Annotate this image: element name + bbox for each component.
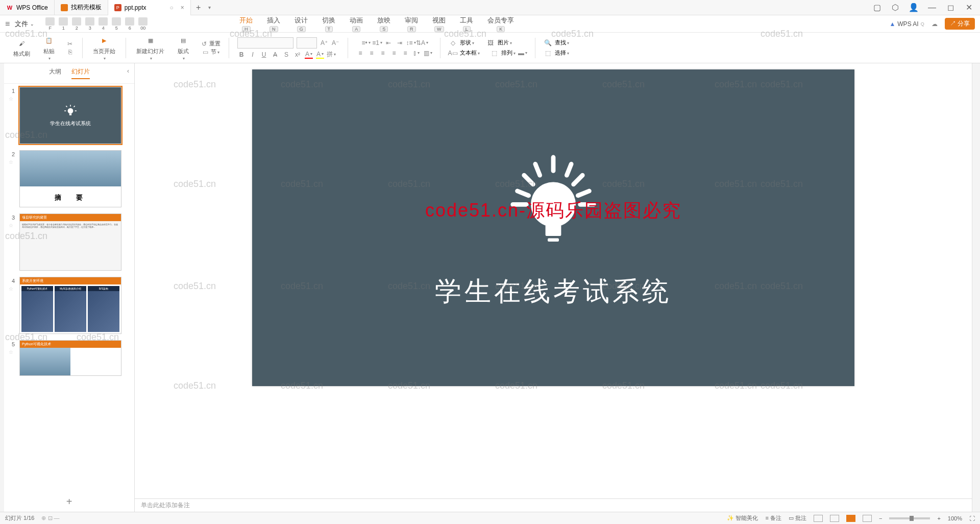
copy-icon[interactable]: ⎘: [66, 48, 74, 56]
qat-00[interactable]: 00: [138, 17, 148, 31]
zoom-in-icon[interactable]: +: [937, 515, 940, 521]
zoom-out-icon[interactable]: −: [879, 515, 882, 521]
qat-new[interactable]: F: [45, 17, 55, 31]
tab-menu-icon[interactable]: ○: [170, 4, 174, 11]
avatar-icon[interactable]: 👤: [909, 3, 919, 13]
close-window-icon[interactable]: ✕: [964, 3, 974, 13]
normal-view-icon[interactable]: [814, 515, 823, 522]
reading-view-icon[interactable]: [846, 515, 855, 522]
decrease-indent-icon[interactable]: ⇤: [384, 39, 393, 47]
collapse-panel-icon[interactable]: ‹: [127, 67, 129, 75]
line-spacing-icon[interactable]: ↕≡: [407, 39, 415, 47]
fit-window-icon[interactable]: ⛶: [969, 515, 975, 521]
tab-animation[interactable]: 动画A: [350, 16, 363, 32]
maximize-icon[interactable]: ◻: [945, 3, 955, 13]
slide-thumbnail-4[interactable]: 系统开发环境 Python可视化技术 MySQL数据库介绍 B/S架构: [19, 277, 121, 334]
tab-template[interactable]: 找稻壳模板: [55, 0, 108, 15]
tab-ppt-file[interactable]: P ppt.pptx ○ ×: [108, 0, 191, 15]
change-case-icon[interactable]: 拼: [327, 51, 335, 59]
zoom-level[interactable]: 100%: [948, 515, 962, 521]
tab-tools[interactable]: 工具L: [460, 16, 473, 32]
align-right-icon[interactable]: ≡: [379, 49, 387, 57]
zoom-slider[interactable]: [889, 517, 930, 519]
tab-review[interactable]: 审阅R: [405, 16, 418, 32]
slide-thumbnail-1[interactable]: 学生在线考试系统: [19, 87, 121, 144]
qat-print[interactable]: 2: [72, 17, 81, 31]
select-button[interactable]: 选择: [555, 49, 569, 57]
tab-slideshow[interactable]: 放映S: [377, 16, 390, 32]
slideshow-view-icon[interactable]: [863, 515, 872, 522]
cube-icon[interactable]: ⬡: [890, 3, 900, 13]
shape-button[interactable]: 形状: [460, 39, 474, 46]
hamburger-icon[interactable]: ≡: [5, 19, 10, 29]
section-label[interactable]: 节: [211, 48, 219, 56]
from-current-button[interactable]: ▶ 当页开始: [91, 34, 117, 62]
slide-title-text[interactable]: 学生在线考试系统: [435, 274, 672, 309]
tab-insert[interactable]: 插入N: [267, 16, 280, 32]
tab-design[interactable]: 设计G: [295, 16, 308, 32]
underline-icon[interactable]: U: [260, 51, 268, 59]
tab-member[interactable]: 会员专享K: [487, 16, 514, 32]
align-justify-icon[interactable]: ≡: [390, 49, 398, 57]
distribute-icon[interactable]: ≡: [401, 49, 409, 57]
arrange-button[interactable]: 排列: [501, 49, 516, 57]
decrease-font-icon[interactable]: A⁻: [331, 39, 339, 47]
tab-wps-office[interactable]: W WPS Office: [0, 0, 55, 15]
notes-toggle[interactable]: ≡ 备注: [765, 514, 781, 522]
star-icon[interactable]: ☆: [9, 96, 14, 102]
star-icon[interactable]: ☆: [9, 159, 14, 165]
font-color-icon[interactable]: A: [305, 51, 313, 59]
strikethrough-icon[interactable]: A̶: [271, 51, 279, 59]
reset-icon[interactable]: ↺: [200, 40, 208, 48]
qat-save[interactable]: 1: [59, 17, 68, 31]
smart-beautify-button[interactable]: ✨ 智能美化: [727, 514, 758, 522]
star-icon[interactable]: ☆: [9, 223, 14, 228]
section-icon[interactable]: ▭: [202, 48, 210, 56]
star-icon[interactable]: ☆: [9, 286, 14, 292]
window-mode-icon[interactable]: ▢: [872, 3, 882, 13]
cloud-icon[interactable]: ☁: [932, 20, 938, 28]
italic-icon[interactable]: I: [249, 51, 257, 59]
text-direction-icon[interactable]: ⇅A: [418, 39, 426, 47]
outline-tab[interactable]: 大纲: [49, 67, 61, 79]
bullets-icon[interactable]: ≡•: [362, 39, 370, 47]
textbox-button[interactable]: 文本框: [460, 49, 480, 57]
bold-icon[interactable]: B: [237, 51, 246, 59]
shadow-icon[interactable]: S: [282, 51, 290, 59]
superscript-icon[interactable]: x²: [293, 51, 302, 59]
qat-6[interactable]: 6: [125, 17, 134, 31]
slides-tab[interactable]: 幻灯片: [71, 67, 90, 79]
qat-preview[interactable]: 3: [85, 17, 94, 31]
file-menu[interactable]: 文件⌄: [15, 19, 34, 29]
new-slide-button[interactable]: ▦ 新建幻灯片: [134, 34, 166, 62]
picture-button[interactable]: 图片: [498, 39, 512, 46]
notes-placeholder[interactable]: 单击此处添加备注: [135, 498, 972, 512]
font-size-input[interactable]: [297, 37, 317, 49]
add-slide-button[interactable]: +: [4, 492, 134, 512]
align-vertical-icon[interactable]: ⫿: [412, 49, 421, 57]
add-tab-button[interactable]: +: [191, 3, 206, 12]
paste-button[interactable]: 📋 粘贴: [41, 34, 57, 62]
tab-home[interactable]: 开始H: [239, 16, 253, 32]
layout-button[interactable]: ▤ 版式: [176, 34, 191, 62]
increase-indent-icon[interactable]: ⇥: [396, 39, 404, 47]
comments-toggle[interactable]: ▭ 批注: [789, 514, 806, 522]
columns-icon[interactable]: ▥: [424, 49, 432, 57]
share-button[interactable]: ↗ 分享: [945, 18, 975, 30]
highlight-icon[interactable]: A: [316, 51, 324, 59]
find-button[interactable]: 查找: [555, 39, 569, 46]
close-tab-icon[interactable]: ×: [181, 4, 184, 11]
qat-redo[interactable]: 5: [112, 17, 121, 31]
slide-thumbnail-3[interactable]: 项目研究的背景 随着科学技术的飞速发展，各行各业都在努力与现代先进技术接轨，通过…: [19, 213, 121, 271]
increase-font-icon[interactable]: A⁺: [320, 39, 328, 47]
fill-icon[interactable]: ▬: [519, 49, 527, 57]
tab-view[interactable]: 视图W: [432, 16, 446, 32]
tab-transition[interactable]: 切换T: [322, 16, 335, 32]
reset-label[interactable]: 重置: [209, 40, 220, 47]
qat-undo[interactable]: 4: [99, 17, 108, 31]
format-painter-button[interactable]: 🖌 格式刷: [11, 37, 32, 59]
cut-icon[interactable]: ✂: [66, 40, 74, 48]
wps-ai-button[interactable]: ▲ WPS AI Q: [889, 20, 924, 28]
sorter-view-icon[interactable]: [830, 515, 839, 522]
slide-thumbnail-5[interactable]: Python可视化技术: [19, 340, 121, 376]
